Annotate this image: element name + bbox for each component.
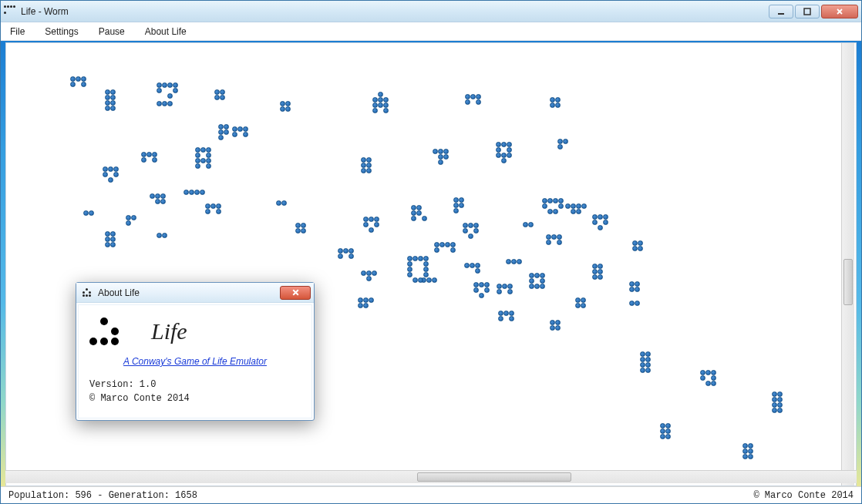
life-cell [546,234,551,240]
life-cell [547,198,553,203]
life-cell [103,166,108,172]
life-cell [470,94,476,99]
status-separator: - [97,490,108,501]
about-body: Life A Conway's Game of Life Emulator Ve… [78,304,312,418]
life-cell [509,316,514,321]
life-cell [438,149,443,154]
life-cell [473,287,479,293]
about-close-button[interactable] [280,286,311,300]
life-cell [468,234,473,239]
life-cell [571,203,576,209]
life-cell [645,362,651,368]
svg-rect-1 [804,8,810,15]
life-cell [711,370,716,375]
life-cell [214,95,220,100]
vertical-scrollbar[interactable] [841,43,854,486]
life-cell [224,129,229,135]
life-cell [338,248,343,254]
about-titlebar[interactable]: About Life [76,283,314,303]
life-cell [475,263,480,268]
life-cell [216,209,221,214]
life-cell [103,172,108,177]
menubar: File Settings Pause About Life [1,22,861,41]
life-cell [576,203,581,209]
life-cell [126,215,131,220]
menu-pause[interactable]: Pause [94,24,130,39]
life-cell [366,163,372,168]
life-cell [422,216,427,221]
life-cell [110,106,116,111]
about-link[interactable]: A Conway's Game of Life Emulator [89,356,301,367]
version-label: Version: [89,379,134,390]
maximize-button[interactable] [795,5,820,18]
life-cell [645,357,651,362]
life-cell [374,222,379,227]
life-cell [550,325,555,331]
life-cell [507,142,512,147]
life-cell [640,351,645,357]
close-icon [291,288,300,297]
life-cell [711,381,716,386]
life-cell [468,223,473,228]
life-cell [416,205,422,210]
horizontal-scrollbar[interactable] [5,470,857,483]
life-cell [581,297,586,303]
life-cell [550,97,555,102]
life-cell [194,190,200,195]
about-logo: Life [151,318,187,344]
life-cell [423,267,429,272]
life-cell [285,106,291,112]
life-cell [189,190,194,195]
titlebar[interactable]: Life - Worm [1,1,861,22]
life-cell [418,277,423,283]
menu-about[interactable]: About Life [140,24,191,39]
life-cell [705,370,711,375]
close-icon [836,8,843,15]
life-cell [742,449,748,454]
life-cell [105,89,110,95]
life-cell [700,375,705,381]
life-cell [141,157,146,163]
life-cell [76,76,81,82]
menu-settings[interactable]: Settings [40,24,82,39]
close-button[interactable] [821,5,858,18]
life-cell [443,149,449,154]
life-cell [660,434,665,439]
life-cell [70,76,76,82]
life-cell [542,203,547,209]
life-cell [110,242,116,247]
life-cell [475,268,480,274]
life-cell [501,142,507,147]
life-cell [383,102,389,108]
life-cell [108,177,113,183]
life-cell [555,102,561,108]
life-cell [205,203,210,209]
life-cell [363,222,369,227]
vertical-scroll-thumb[interactable] [843,259,853,305]
about-copyright: © Marco Conte 2014 [89,391,301,405]
life-cell [464,263,470,268]
life-cell [550,320,555,325]
life-cell [558,203,564,209]
life-cell [195,153,200,158]
life-cell [497,284,502,289]
life-cell [220,95,225,100]
life-cell [479,293,484,298]
horizontal-scroll-thumb[interactable] [417,472,571,482]
life-cell [81,76,86,82]
life-cell [358,303,363,308]
minimize-button[interactable] [769,5,793,18]
life-cell [534,284,540,289]
life-cell [243,132,248,137]
menu-file[interactable]: File [5,24,29,39]
life-cell [83,210,89,216]
life-cell [378,102,383,108]
life-cell [557,240,562,245]
life-cell [777,391,783,397]
life-cell [553,209,558,214]
window-title: Life - Worm [21,6,767,17]
life-cell [546,240,551,245]
life-cell [496,153,501,158]
life-cell [363,217,369,222]
life-cell [366,157,372,163]
